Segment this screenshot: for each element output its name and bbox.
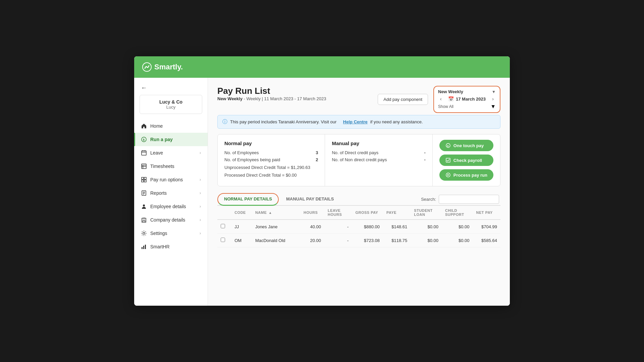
sidebar-nav: Home $ Run a pay Leave › Timesheets	[134, 119, 208, 253]
timesheets-icon	[141, 163, 147, 169]
employees-label: No. of Employees	[224, 150, 259, 155]
row-hours: 40.00	[300, 220, 324, 234]
svg-rect-27	[143, 246, 144, 249]
calendar-icon	[141, 150, 147, 156]
grid-icon	[141, 177, 147, 183]
app-header: Smartly.	[134, 56, 510, 78]
col-header-name[interactable]: NAME ▲	[252, 206, 300, 220]
table-header: CODE NAME ▲ HOURS LEAVE HOURS GROSS PAY …	[217, 206, 500, 220]
row-name: Jones Jane	[252, 220, 300, 234]
sidebar-label-pay-run-options: Pay run options	[150, 177, 183, 182]
processed-label: Processed Direct Credit Total	[224, 173, 281, 178]
date-picker-label: New Weekly	[438, 89, 463, 94]
row-checkbox-cell[interactable]	[217, 234, 231, 247]
one-touch-icon: $	[445, 143, 451, 148]
sidebar-label-home: Home	[150, 123, 163, 129]
date-next-button[interactable]: ›	[490, 96, 496, 102]
normal-pay-card: Normal pay No. of Employees 3 No. of Emp…	[218, 134, 325, 186]
unprocessed-total: Unprocessed Direct Credit Total = $1,290…	[224, 165, 318, 170]
search-input[interactable]	[439, 195, 499, 204]
table-body: JJ Jones Jane 40.00 - $880.00 $148.61 $0…	[217, 220, 500, 247]
company-name: Lucy & Co	[145, 99, 197, 105]
app-body: ← Lucy & Co Lucy Home $ Run a pay Leave	[134, 78, 510, 306]
table-header-row: CODE NAME ▲ HOURS LEAVE HOURS GROSS PAY …	[217, 206, 500, 220]
normal-pay-paid-row: No. of Employees being paid 2	[224, 157, 318, 162]
process-pay-label: Process pay run	[453, 173, 487, 178]
sidebar-item-leave[interactable]: Leave ›	[134, 146, 208, 160]
sidebar-label-run-a-pay: Run a pay	[150, 137, 173, 142]
row-paye: $148.61	[383, 220, 411, 234]
row-name: MacDonald Old	[252, 234, 300, 247]
tab-manual-pay-details[interactable]: MANUAL PAY DETAILS	[279, 193, 341, 206]
svg-rect-11	[142, 177, 144, 179]
svg-rect-7	[142, 164, 146, 169]
logo-icon	[142, 62, 152, 72]
info-banner-text: This pay period includes Taranaki Annive…	[230, 119, 336, 124]
svg-rect-20	[142, 218, 146, 222]
reports-chevron: ›	[200, 191, 201, 195]
svg-point-25	[143, 232, 145, 234]
manual-pay-card: Manual pay No. of Direct credit pays - N…	[325, 134, 432, 186]
processed-total: Processed Direct Credit Total = $0.00	[224, 173, 318, 178]
sidebar-item-home[interactable]: Home	[134, 119, 208, 133]
pay-run-table: CODE NAME ▲ HOURS LEAVE HOURS GROSS PAY …	[217, 206, 500, 247]
row-child-support: $0.00	[442, 220, 473, 234]
company-card[interactable]: Lucy & Co Lucy	[140, 95, 202, 114]
help-centre-link[interactable]: Help Centre	[343, 119, 368, 124]
page-title-section: Pay Run List New Weekly - Weekly | 11 Ma…	[217, 86, 326, 106]
svg-rect-3	[142, 151, 146, 155]
row-checkbox[interactable]	[221, 224, 225, 228]
selected-date: 17 March 2023	[456, 97, 486, 102]
check-payroll-label: Check payroll	[453, 158, 482, 163]
table-row[interactable]: JJ Jones Jane 40.00 - $880.00 $148.61 $0…	[217, 220, 500, 234]
home-icon	[141, 123, 147, 129]
date-picker-expand-icon[interactable]: ▼	[492, 89, 496, 94]
svg-text:$: $	[447, 144, 449, 147]
sidebar-item-company-details[interactable]: Company details ›	[134, 213, 208, 227]
row-checkbox-cell[interactable]	[217, 220, 231, 234]
chart-bar-icon	[141, 244, 147, 250]
date-picker-top: New Weekly ▼	[438, 89, 496, 94]
tabs-row: NORMAL PAY DETAILS MANUAL PAY DETAILS Se…	[217, 193, 500, 206]
row-hours: 20.00	[300, 234, 324, 247]
sidebar-item-settings[interactable]: Settings ›	[134, 227, 208, 240]
col-header-code: CODE	[231, 206, 252, 220]
search-label: Search:	[421, 197, 436, 202]
sidebar-item-employee-details[interactable]: Employee details ›	[134, 200, 208, 213]
date-prev-button[interactable]: ‹	[438, 96, 444, 102]
tab-normal-pay-label: NORMAL PAY DETAILS	[224, 196, 272, 201]
sidebar: ← Lucy & Co Lucy Home $ Run a pay Leave	[134, 78, 208, 306]
active-indicator	[134, 133, 135, 146]
back-button[interactable]: ←	[134, 78, 208, 95]
manual-pay-non-direct-row: No. of Non direct credit pays -	[332, 157, 425, 162]
sidebar-item-timesheets[interactable]: Timesheets	[134, 160, 208, 173]
pay-run-options-chevron: ›	[200, 177, 201, 182]
row-checkbox[interactable]	[221, 238, 225, 242]
manual-pay-direct-row: No. of Direct credit pays -	[332, 150, 425, 155]
normal-pay-title: Normal pay	[224, 140, 318, 146]
one-touch-pay-button[interactable]: $ One touch pay	[439, 140, 493, 151]
process-pay-button[interactable]: Process pay run	[439, 169, 493, 181]
unprocessed-label: Unprocessed Direct Credit Total	[224, 165, 286, 170]
col-header-gross: GROSS PAY	[352, 206, 383, 220]
col-header-leave: LEAVE HOURS	[324, 206, 352, 220]
add-pay-component-button[interactable]: Add pay component	[378, 94, 428, 105]
date-picker[interactable]: New Weekly ▼ ‹ 📅 17 March 2023 ›	[433, 86, 500, 113]
direct-value: -	[424, 150, 426, 155]
row-student-loan: $0.00	[411, 234, 442, 247]
person-icon	[141, 203, 147, 209]
check-payroll-button[interactable]: Check payroll	[439, 155, 493, 166]
sidebar-label-employee-details: Employee details	[150, 204, 186, 209]
tab-normal-pay-details[interactable]: NORMAL PAY DETAILS	[217, 193, 279, 206]
sidebar-item-smarthr[interactable]: SmartHR	[134, 240, 208, 253]
row-code: OM	[231, 234, 252, 247]
show-all-chevron[interactable]: ▼	[490, 104, 496, 110]
table-row[interactable]: OM MacDonald Old 20.00 - $723.08 $118.75…	[217, 234, 500, 247]
sidebar-item-pay-run-options[interactable]: Pay run options ›	[134, 173, 208, 186]
row-gross-pay: $880.00	[352, 220, 383, 234]
sidebar-label-smarthr: SmartHR	[150, 244, 170, 249]
sidebar-item-run-a-pay[interactable]: $ Run a pay	[134, 133, 208, 146]
sidebar-item-reports[interactable]: Reports ›	[134, 186, 208, 200]
logo[interactable]: Smartly.	[142, 62, 183, 72]
check-payroll-icon	[445, 158, 451, 163]
